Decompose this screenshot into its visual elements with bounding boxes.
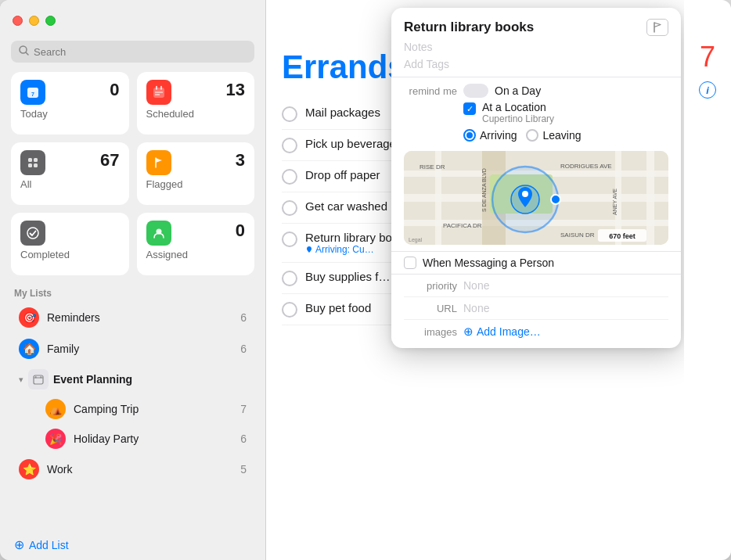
svg-rect-10 bbox=[28, 158, 32, 162]
info-icon[interactable]: i bbox=[699, 81, 716, 99]
task-text-6: Buy supplies f… bbox=[305, 270, 390, 283]
work-name: Work bbox=[47, 463, 232, 476]
smart-card-scheduled[interactable]: 13 Scheduled bbox=[137, 72, 255, 135]
on-a-day-toggle[interactable] bbox=[463, 84, 488, 98]
add-list-label: Add List bbox=[29, 539, 69, 551]
popup-tags[interactable]: Add Tags bbox=[391, 56, 681, 77]
smart-card-today[interactable]: 7 0 Today bbox=[11, 72, 129, 135]
svg-text:S DE ANZA BLVD: S DE ANZA BLVD bbox=[481, 168, 487, 212]
on-a-day-row: On a Day bbox=[463, 84, 668, 98]
svg-text:PACIFICA DR: PACIFICA DR bbox=[443, 222, 482, 229]
maximize-button[interactable] bbox=[45, 16, 56, 26]
smart-card-completed[interactable]: Completed bbox=[11, 213, 129, 275]
at-location-checkbox[interactable]: ✓ bbox=[463, 102, 476, 115]
svg-point-14 bbox=[27, 228, 38, 239]
popup-notes[interactable]: Notes bbox=[391, 39, 681, 56]
list-item-family[interactable]: 🏠 Family 6 bbox=[5, 333, 261, 364]
url-value: None bbox=[463, 302, 489, 314]
flagged-label: Flagged bbox=[146, 178, 246, 190]
task-checkbox-6[interactable] bbox=[282, 271, 297, 286]
popup-header: Return library books bbox=[391, 8, 681, 39]
add-image-button[interactable]: ⊕ Add Image… bbox=[463, 325, 541, 339]
leaving-radio[interactable] bbox=[526, 129, 538, 142]
svg-rect-27 bbox=[646, 151, 654, 245]
priority-label: priority bbox=[404, 280, 457, 292]
my-lists-container: 🎯 Reminders 6 🏠 Family 6 ▾ bbox=[0, 302, 265, 529]
leaving-option[interactable]: Leaving bbox=[526, 129, 581, 142]
scheduled-label: Scheduled bbox=[146, 108, 246, 120]
svg-rect-13 bbox=[34, 163, 38, 167]
task-checkbox-7[interactable] bbox=[282, 302, 297, 318]
arriving-label: Arriving bbox=[480, 129, 517, 142]
location-icon bbox=[305, 246, 313, 253]
when-messaging-label: When Messaging a Person bbox=[423, 257, 554, 269]
task-checkbox-5[interactable] bbox=[282, 232, 297, 247]
remind-me-row: remind me On a Day ✓ At a Location Cuper… bbox=[391, 77, 681, 148]
arriving-radio[interactable] bbox=[463, 129, 476, 142]
assigned-icon bbox=[146, 221, 171, 246]
svg-rect-11 bbox=[34, 158, 38, 162]
reminders-name: Reminders bbox=[47, 311, 232, 324]
task-checkbox-2[interactable] bbox=[282, 138, 297, 153]
scheduled-icon bbox=[146, 80, 171, 105]
on-a-day-label: On a Day bbox=[495, 84, 541, 97]
close-button[interactable] bbox=[13, 16, 23, 26]
task-text-4: Get car washed bbox=[305, 199, 387, 213]
my-lists-label: My Lists bbox=[0, 283, 265, 302]
smart-card-all[interactable]: 67 All bbox=[11, 142, 129, 205]
smart-card-flagged[interactable]: 3 Flagged bbox=[137, 142, 255, 205]
svg-rect-12 bbox=[28, 163, 32, 167]
arriving-radio-inner bbox=[466, 132, 473, 138]
search-icon bbox=[19, 45, 29, 59]
arriving-option[interactable]: Arriving bbox=[463, 129, 517, 142]
list-item-reminders[interactable]: 🎯 Reminders 6 bbox=[5, 302, 261, 333]
app-window: 7 0 Today bbox=[0, 0, 731, 560]
flag-button[interactable] bbox=[646, 19, 668, 36]
task-text-7: Buy pet food bbox=[305, 301, 371, 314]
smart-lists-grid: 7 0 Today bbox=[0, 72, 265, 283]
camping-count: 7 bbox=[240, 403, 247, 415]
task-checkbox-3[interactable] bbox=[282, 169, 297, 185]
map-svg: RISE DR S DE ANZA BLVD RODRIGUES AVE ANE… bbox=[404, 151, 668, 245]
priority-value: None bbox=[463, 279, 489, 292]
search-bar[interactable] bbox=[11, 41, 254, 63]
images-label: images bbox=[404, 326, 457, 338]
list-item-work[interactable]: ⭐ Work 5 bbox=[5, 454, 261, 485]
completed-label: Completed bbox=[20, 249, 120, 260]
smart-card-assigned[interactable]: 0 Assigned bbox=[137, 213, 255, 275]
at-location-content: At a Location Cupertino Library bbox=[482, 101, 554, 124]
svg-line-1 bbox=[26, 52, 28, 55]
plus-icon: ⊕ bbox=[14, 537, 24, 552]
holiday-party-icon: 🎉 bbox=[45, 429, 66, 449]
holiday-party-count: 6 bbox=[240, 433, 247, 445]
search-input[interactable] bbox=[34, 46, 247, 58]
holiday-party-name: Holiday Party bbox=[74, 433, 232, 445]
list-item-camping[interactable]: ⛺ Camping Trip 7 bbox=[5, 394, 261, 424]
all-icon bbox=[20, 150, 45, 175]
svg-text:RISE DR: RISE DR bbox=[420, 163, 445, 171]
event-planning-name: Event Planning bbox=[53, 373, 247, 386]
family-icon: 🏠 bbox=[19, 339, 39, 359]
all-count: 67 bbox=[100, 150, 119, 171]
svg-text:SAISUN DR: SAISUN DR bbox=[560, 232, 595, 239]
completed-icon bbox=[20, 221, 45, 246]
at-location-label: At a Location bbox=[482, 101, 554, 113]
task-checkbox-1[interactable] bbox=[282, 106, 297, 122]
event-planning-icon bbox=[28, 369, 49, 389]
group-event-planning[interactable]: ▾ Event Planning bbox=[5, 364, 261, 394]
add-image-label-text: Add Image… bbox=[477, 325, 541, 338]
minimize-button[interactable] bbox=[29, 16, 39, 26]
reminders-icon: 🎯 bbox=[19, 307, 39, 328]
assigned-count: 0 bbox=[236, 221, 245, 241]
list-item-holiday-party[interactable]: 🎉 Holiday Party 6 bbox=[5, 424, 261, 454]
map-container: RISE DR S DE ANZA BLVD RODRIGUES AVE ANE… bbox=[404, 151, 668, 245]
work-icon: ⭐ bbox=[19, 459, 39, 479]
arrive-leave-row: Arriving Leaving bbox=[463, 129, 668, 142]
scheduled-count: 13 bbox=[226, 80, 245, 100]
family-name: Family bbox=[47, 343, 232, 355]
svg-rect-18 bbox=[35, 376, 37, 379]
task-checkbox-4[interactable] bbox=[282, 200, 297, 216]
add-list-button[interactable]: ⊕ Add List bbox=[0, 529, 265, 560]
when-messaging-checkbox[interactable] bbox=[404, 257, 416, 269]
remind-me-label: remind me bbox=[404, 84, 457, 97]
